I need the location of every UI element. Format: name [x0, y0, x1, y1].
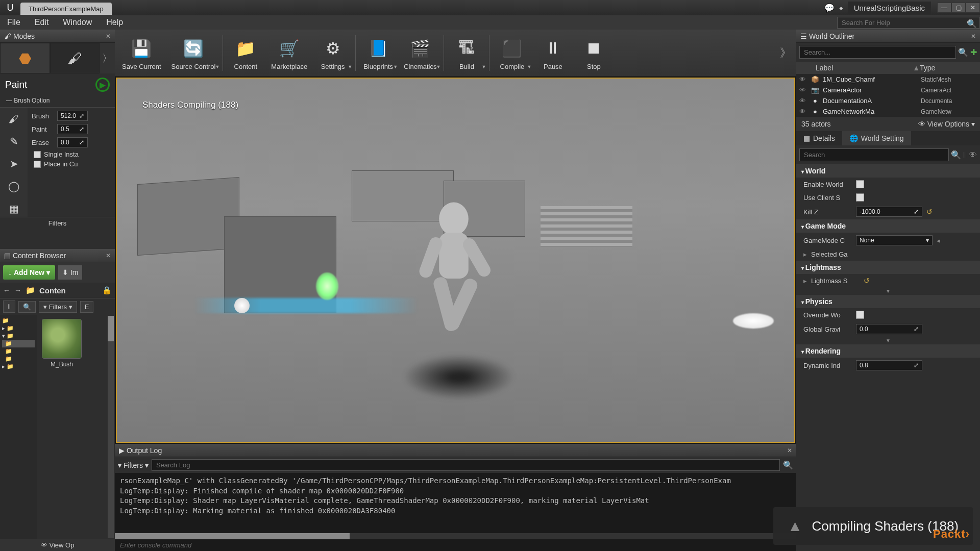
enable-world-checkbox[interactable]: [856, 180, 864, 188]
toolbar-settings-button[interactable]: ⚙Settings▼: [312, 32, 353, 74]
brush-size-input[interactable]: 512.0⤢: [57, 111, 88, 121]
toolbar-marketplace-button[interactable]: 🛒Marketplace: [266, 32, 312, 74]
search-help[interactable]: 🔍: [837, 17, 980, 29]
view-options-button[interactable]: 👁 View Options ▾: [918, 120, 975, 128]
world-outliner-header[interactable]: ☰ World Outliner ✕: [796, 30, 980, 43]
toolbar-stop-button[interactable]: ⏹Stop: [573, 32, 614, 74]
lightmass-settings-label[interactable]: Lightmass S: [811, 277, 860, 285]
toolbar-overflow[interactable]: 》: [777, 45, 794, 61]
toolbar-pause-button[interactable]: ⏸Pause: [532, 32, 573, 74]
outliner-row[interactable]: 👁●GameNetworkMaGameNetw: [796, 106, 980, 117]
content-browser-header[interactable]: ▤ Content Browser ✕: [0, 249, 115, 262]
log-output[interactable]: rsonExampleMap_C' with ClassGeneratedBy …: [115, 473, 796, 533]
outliner-row[interactable]: 👁📷CameraActorCameraAct: [796, 85, 980, 95]
cat-physics[interactable]: Physics: [796, 295, 980, 308]
close-button[interactable]: ✕: [966, 3, 980, 13]
kill-z-input[interactable]: -1000.0⤢: [856, 207, 922, 217]
use-client-checkbox[interactable]: [856, 193, 864, 202]
console-input[interactable]: Enter console command: [115, 539, 796, 551]
scrollbar[interactable]: [108, 316, 114, 538]
visibility-icon[interactable]: 👁: [799, 97, 807, 105]
nav-back-button[interactable]: ←: [3, 286, 10, 294]
toolbar-save-current-button[interactable]: 💾Save Current: [117, 32, 166, 74]
reset-button[interactable]: ↺: [864, 277, 870, 285]
outliner-row[interactable]: 👁📦1M_Cube_ChamfStaticMesh: [796, 74, 980, 85]
outliner-row[interactable]: 👁●DocumentationADocumenta: [796, 95, 980, 106]
cat-gamemode[interactable]: Game Mode: [796, 219, 980, 233]
visibility-icon[interactable]: 👁: [799, 108, 807, 115]
chat-icon[interactable]: 💬: [824, 3, 835, 13]
document-tab[interactable]: ThirdPersonExampleMap: [20, 3, 112, 15]
global-gravity-input[interactable]: 0.0⤢: [856, 324, 922, 334]
eye-icon[interactable]: 👁: [969, 151, 977, 160]
filters-button[interactable]: ▾ Filters ▾: [39, 301, 77, 313]
asset-item[interactable]: M_Bush: [41, 319, 83, 368]
nav-forward-button[interactable]: →: [14, 286, 21, 294]
erase-strength-input[interactable]: 0.0⤢: [57, 137, 88, 147]
gamemode-select[interactable]: None▾: [856, 235, 933, 245]
tab-world-settings[interactable]: 🌐World Setting: [842, 131, 911, 145]
notification-icon[interactable]: ⬥: [839, 3, 844, 12]
mode-paint[interactable]: 🖌: [50, 43, 100, 73]
reset-button[interactable]: ↺: [926, 208, 933, 216]
outliner-search-input[interactable]: [799, 46, 956, 59]
sort-icon[interactable]: ▲: [913, 64, 920, 72]
modes-more[interactable]: 〉: [100, 43, 115, 73]
menu-window[interactable]: Window: [56, 15, 99, 30]
cat-world[interactable]: World: [796, 164, 980, 178]
toolbar-blueprints-button[interactable]: 📘Blueprints▼: [358, 32, 399, 74]
tag-filter-button[interactable]: E: [80, 301, 94, 313]
scrollbar[interactable]: [115, 533, 796, 539]
close-icon[interactable]: ✕: [787, 447, 792, 454]
toolbar-source-control-button[interactable]: 🔄Source Control▼: [166, 32, 221, 74]
toolbar-compile-button[interactable]: ⬛Compile▼: [492, 32, 532, 74]
modes-filters-label[interactable]: Filters: [0, 217, 115, 229]
place-in-current-checkbox[interactable]: [34, 161, 41, 168]
import-button[interactable]: ⬇ Im: [58, 265, 83, 280]
paint-toggle-button[interactable]: ▶: [95, 78, 110, 92]
menu-edit[interactable]: Edit: [28, 15, 56, 30]
toolbar-cinematics-button[interactable]: 🎬Cinematics▼: [399, 32, 442, 74]
cat-rendering[interactable]: Rendering: [796, 344, 980, 358]
search-help-input[interactable]: [837, 17, 980, 29]
toolbar-build-button[interactable]: 🏗Build▼: [446, 32, 487, 74]
menu-help[interactable]: Help: [99, 15, 130, 30]
expand-button[interactable]: ▼: [796, 337, 980, 344]
details-search-input[interactable]: [799, 148, 949, 161]
menu-file[interactable]: File: [0, 15, 28, 30]
fill-tool-icon[interactable]: ▦: [6, 201, 22, 217]
toolbar-content-button[interactable]: 📁Content: [225, 32, 266, 74]
lock-icon[interactable]: 🔒: [102, 286, 112, 295]
maximize-button[interactable]: ▢: [951, 3, 966, 13]
single-instance-checkbox[interactable]: [34, 151, 41, 158]
breadcrumb[interactable]: Conten: [39, 286, 66, 295]
source-tree[interactable]: 📁 ▸ 📁 ▾ 📁 📁 📁 📁 ▸ 📁: [0, 315, 37, 539]
paint-strength-input[interactable]: 0.5⤢: [57, 124, 88, 134]
close-icon[interactable]: ✕: [106, 252, 111, 259]
cat-lightmass[interactable]: Lightmass: [796, 261, 980, 274]
outliner-col-type[interactable]: Type: [920, 64, 976, 72]
expand-button[interactable]: ▼: [796, 287, 980, 295]
search-button[interactable]: 🔍: [18, 301, 36, 313]
add-new-button[interactable]: ↓ Add New ▾: [3, 265, 55, 280]
lasso-tool-icon[interactable]: ◯: [6, 178, 22, 194]
override-world-checkbox[interactable]: [856, 311, 864, 319]
modes-header[interactable]: 🖌 Modes ✕: [0, 30, 115, 43]
visibility-icon[interactable]: 👁: [799, 76, 807, 83]
tab-details[interactable]: ▤Details: [796, 131, 842, 145]
log-filters-button[interactable]: ▾ Filters ▾: [118, 461, 149, 469]
brush-tool-icon[interactable]: 🖌: [6, 111, 22, 127]
goto-button[interactable]: ◂: [937, 237, 940, 244]
mode-place[interactable]: ⬣: [0, 43, 50, 73]
outliner-list[interactable]: 👁📦1M_Cube_ChamfStaticMesh👁📷CameraActorCa…: [796, 74, 980, 117]
log-search-input[interactable]: [152, 459, 780, 471]
visibility-icon[interactable]: 👁: [799, 86, 807, 94]
close-icon[interactable]: ✕: [971, 33, 976, 40]
add-actor-button[interactable]: ✚: [970, 47, 977, 57]
clone-tool-icon[interactable]: ✎: [6, 133, 22, 149]
cursor-tool-icon[interactable]: ➤: [6, 156, 22, 172]
view-options-button[interactable]: View Op: [50, 541, 75, 549]
viewport[interactable]: Shaders Compiling (188): [116, 78, 795, 443]
outliner-col-label[interactable]: Label: [800, 64, 913, 72]
selected-gamemode-label[interactable]: Selected Ga: [811, 251, 860, 258]
